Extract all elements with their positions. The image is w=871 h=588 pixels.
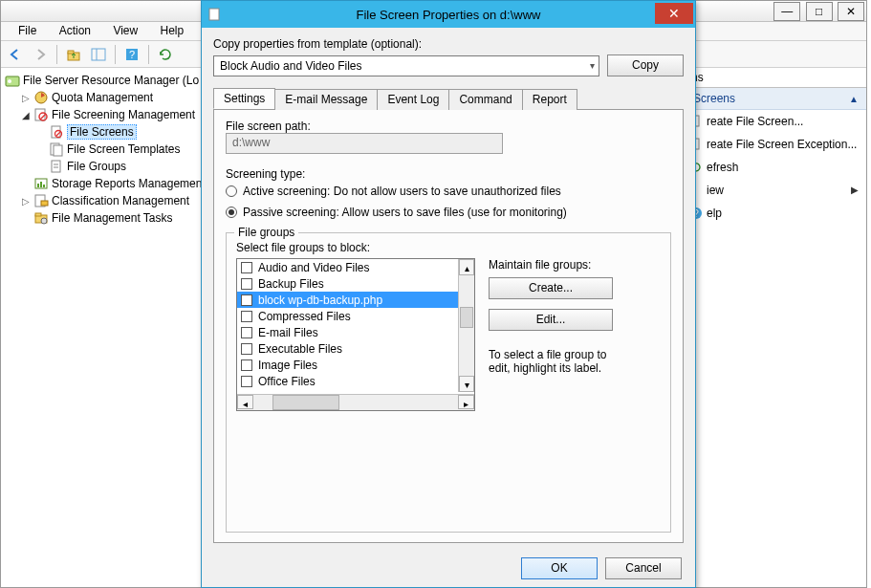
vertical-scrollbar[interactable]: ▴ ▾ xyxy=(458,259,474,392)
action-help[interactable]: ? elp xyxy=(686,202,866,225)
action-refresh[interactable]: efresh xyxy=(686,156,866,179)
radio-passive-screening[interactable]: Passive screening: Allow users to save f… xyxy=(226,206,671,219)
checkbox[interactable]: ✓ xyxy=(241,294,252,306)
path-label: File screen path: xyxy=(226,120,671,133)
svg-rect-17 xyxy=(52,161,60,172)
help-button[interactable]: ? xyxy=(121,44,142,65)
tree-root[interactable]: File Server Resource Manager (Lo xyxy=(5,72,218,89)
actions-pane: ns Screens ▲ reate File Screen... reate … xyxy=(685,68,866,581)
file-screen-icon xyxy=(49,124,64,140)
radio-active-screening[interactable]: Active screening: Do not allow users to … xyxy=(226,185,671,198)
tab-email[interactable]: E-mail Message xyxy=(274,89,378,110)
tree-file-groups[interactable]: File Groups xyxy=(35,158,218,175)
action-create-file-screen[interactable]: reate File Screen... xyxy=(686,110,866,133)
dialog-title: File Screen Properties on d:\www xyxy=(202,8,695,22)
copy-button[interactable]: Copy xyxy=(607,54,684,76)
maximize-button[interactable]: □ xyxy=(806,2,833,21)
menu-view[interactable]: View xyxy=(103,22,147,39)
create-group-button[interactable]: Create... xyxy=(489,277,613,299)
cancel-button[interactable]: Cancel xyxy=(605,557,682,579)
minimize-button[interactable]: — xyxy=(773,2,800,21)
file-group-item[interactable]: ✓block wp-db-backup.php xyxy=(237,292,474,308)
file-group-icon xyxy=(49,159,64,174)
up-folder-button[interactable] xyxy=(63,44,84,65)
file-group-item[interactable]: Executable Files xyxy=(237,340,474,357)
horizontal-scrollbar[interactable]: ◂ ▸ xyxy=(237,394,474,410)
action-create-exception[interactable]: reate File Screen Exception... xyxy=(686,133,866,156)
svg-rect-2 xyxy=(92,49,105,60)
action-view[interactable]: iew xyxy=(686,179,866,202)
tasks-icon xyxy=(33,210,49,226)
expand-icon[interactable]: ▷ xyxy=(20,196,31,207)
checkbox[interactable] xyxy=(241,359,252,371)
scroll-up-button[interactable]: ▴ xyxy=(459,259,474,275)
tree-templates[interactable]: File Screen Templates xyxy=(35,141,218,158)
menu-action[interactable]: Action xyxy=(50,22,100,39)
tree-classification[interactable]: ▷ Classification Management xyxy=(20,192,218,209)
dialog-tabs: Settings E-mail Message Event Log Comman… xyxy=(213,88,684,110)
groupbox-legend: File groups xyxy=(234,226,298,239)
template-combo[interactable]: Block Audio and Video Files ▾ xyxy=(213,55,599,76)
checkbox[interactable] xyxy=(241,311,252,322)
file-group-label: Office Files xyxy=(258,375,316,388)
file-group-label: Audio and Video Files xyxy=(258,261,370,274)
show-hide-tree-button[interactable] xyxy=(88,44,109,65)
scroll-thumb[interactable] xyxy=(460,307,473,328)
checkbox[interactable] xyxy=(241,376,252,387)
scroll-right-button[interactable]: ▸ xyxy=(458,395,474,409)
file-group-label: Compressed Files xyxy=(258,310,351,323)
checkbox[interactable] xyxy=(241,262,252,273)
tab-eventlog[interactable]: Event Log xyxy=(377,89,449,110)
svg-point-7 xyxy=(8,79,11,83)
actions-header: ns xyxy=(686,68,866,88)
menu-file[interactable]: File xyxy=(9,22,46,39)
ok-button[interactable]: OK xyxy=(521,557,598,579)
dialog-close-button[interactable]: ✕ xyxy=(655,3,693,24)
svg-rect-21 xyxy=(37,184,39,187)
scroll-down-button[interactable]: ▾ xyxy=(459,376,474,392)
checkbox[interactable] xyxy=(241,327,252,338)
file-group-item[interactable]: Office Files xyxy=(237,373,474,389)
svg-rect-25 xyxy=(41,201,48,206)
collapse-icon[interactable]: ▲ xyxy=(849,94,859,104)
file-group-label: Image Files xyxy=(258,359,317,372)
scroll-thumb[interactable] xyxy=(272,395,339,410)
tree-pane: File Server Resource Manager (Lo ▷ Quota… xyxy=(1,68,221,581)
expand-icon[interactable]: ▷ xyxy=(20,93,31,103)
menu-help[interactable]: Help xyxy=(151,22,194,39)
refresh-button[interactable] xyxy=(155,44,176,65)
fsrm-icon xyxy=(5,73,20,88)
collapse-icon[interactable]: ◢ xyxy=(20,110,31,120)
file-groups-listbox[interactable]: Audio and Video FilesBackup Files✓block … xyxy=(236,258,475,411)
reports-icon xyxy=(33,176,49,191)
tab-settings[interactable]: Settings xyxy=(213,88,275,109)
file-group-item[interactable]: Audio and Video Files xyxy=(237,259,474,275)
scroll-left-button[interactable]: ◂ xyxy=(237,395,253,409)
edit-group-button[interactable]: Edit... xyxy=(489,309,613,331)
file-group-item[interactable]: E-mail Files xyxy=(237,324,474,340)
file-group-item[interactable]: Image Files xyxy=(237,357,474,373)
radio-icon xyxy=(226,207,237,218)
file-group-label: Executable Files xyxy=(258,342,342,356)
svg-point-28 xyxy=(41,218,47,224)
back-button[interactable] xyxy=(5,44,26,65)
tree-file-screening[interactable]: ◢ File Screening Management xyxy=(20,106,218,123)
svg-text:?: ? xyxy=(129,49,135,60)
file-groups-groupbox: File groups Select file groups to block:… xyxy=(226,232,671,533)
checkbox[interactable] xyxy=(241,278,252,290)
checkbox[interactable] xyxy=(241,343,252,355)
file-group-item[interactable]: Backup Files xyxy=(237,275,474,292)
maintain-label: Maintain file groups: xyxy=(489,258,661,272)
tab-command[interactable]: Command xyxy=(448,89,522,110)
template-icon xyxy=(49,142,64,157)
tree-storage-reports[interactable]: Storage Reports Managemen xyxy=(20,175,218,192)
tree-quota[interactable]: ▷ Quota Management xyxy=(20,89,218,106)
file-group-item[interactable]: Compressed Files xyxy=(237,308,474,324)
svg-rect-27 xyxy=(35,213,41,216)
forward-button[interactable] xyxy=(30,44,51,65)
tab-report[interactable]: Report xyxy=(522,89,577,110)
tree-file-screens[interactable]: File Screens xyxy=(35,123,218,141)
dialog-titlebar[interactable]: File Screen Properties on d:\www ✕ xyxy=(202,1,695,28)
tree-file-tasks[interactable]: File Management Tasks xyxy=(20,209,218,227)
close-button[interactable]: ✕ xyxy=(838,2,864,21)
